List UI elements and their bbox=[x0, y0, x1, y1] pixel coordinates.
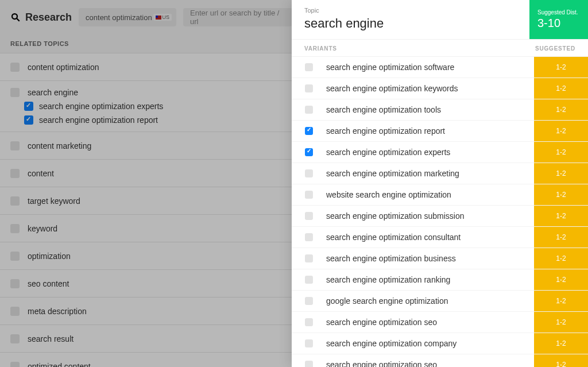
variant-label: search engine optimization tools bbox=[326, 105, 534, 114]
variant-check-wrap bbox=[292, 339, 326, 347]
variant-check-wrap bbox=[292, 233, 326, 241]
variant-check-wrap bbox=[292, 276, 326, 284]
variant-suggested-badge: 1-2 bbox=[534, 163, 588, 184]
variant-checkbox[interactable] bbox=[305, 297, 313, 305]
variant-label: search engine optimization software bbox=[326, 63, 534, 72]
variant-row[interactable]: search engine optimization seo1-2 bbox=[292, 354, 588, 367]
variant-label: search engine optimization submission bbox=[326, 211, 534, 221]
variant-checkbox[interactable] bbox=[305, 191, 313, 199]
variant-suggested-badge: 1-2 bbox=[534, 184, 588, 205]
suggested-distribution-box: Suggested Dist. 3-10 bbox=[529, 0, 588, 39]
topic-name: search engine bbox=[304, 16, 517, 31]
variants-column-header: VARIANTS bbox=[304, 45, 337, 52]
variants-list: search engine optimization software1-2se… bbox=[292, 57, 588, 367]
variant-checkbox[interactable] bbox=[305, 212, 313, 220]
variant-row[interactable]: search engine optimization tools1-2 bbox=[292, 99, 588, 121]
variant-row[interactable]: search engine optimization marketing1-2 bbox=[292, 163, 588, 184]
variant-row[interactable]: search engine optimization keywords1-2 bbox=[292, 78, 588, 99]
suggested-column-header: SUGGESTED bbox=[535, 45, 575, 52]
variant-checkbox[interactable] bbox=[305, 63, 313, 71]
topic-detail-panel: Topic search engine Suggested Dist. 3-10… bbox=[292, 0, 588, 367]
topic-small-label: Topic bbox=[304, 7, 517, 14]
variant-check-wrap bbox=[292, 212, 326, 220]
variant-check-wrap bbox=[292, 169, 326, 177]
variant-label: search engine optimization seo bbox=[326, 360, 534, 367]
variant-check-wrap bbox=[292, 318, 326, 326]
variant-label: search engine optimization marketing bbox=[326, 169, 534, 178]
variant-suggested-badge: 1-2 bbox=[534, 291, 588, 311]
panel-header: Topic search engine Suggested Dist. 3-10 bbox=[292, 0, 588, 40]
variant-row[interactable]: search engine optimization experts1-2 bbox=[292, 142, 588, 163]
variant-checkbox[interactable] bbox=[305, 148, 313, 156]
variant-suggested-badge: 1-2 bbox=[534, 312, 588, 333]
panel-subheader: VARIANTS SUGGESTED bbox=[292, 40, 588, 57]
variant-checkbox[interactable] bbox=[305, 254, 313, 262]
variant-row[interactable]: search engine optimization seo1-2 bbox=[292, 312, 588, 333]
variant-suggested-badge: 1-2 bbox=[534, 78, 588, 99]
variant-checkbox[interactable] bbox=[305, 233, 313, 241]
variant-label: search engine optimization report bbox=[326, 126, 534, 136]
variant-check-wrap bbox=[292, 106, 326, 114]
variant-label: search engine optimization ranking bbox=[326, 275, 534, 284]
variant-checkbox[interactable] bbox=[305, 127, 313, 135]
suggested-dist-range: 3-10 bbox=[537, 17, 580, 30]
variant-suggested-badge: 1-2 bbox=[534, 99, 588, 120]
suggested-dist-label: Suggested Dist. bbox=[537, 9, 580, 16]
variant-checkbox[interactable] bbox=[305, 169, 313, 177]
variant-label: google search engine optimization bbox=[326, 296, 534, 306]
variant-suggested-badge: 1-2 bbox=[534, 333, 588, 354]
variant-check-wrap bbox=[292, 84, 326, 92]
variant-suggested-badge: 1-2 bbox=[534, 121, 588, 141]
variant-label: website search engine optimization bbox=[326, 190, 534, 199]
variant-row[interactable]: google search engine optimization1-2 bbox=[292, 291, 588, 312]
variant-label: search engine optimization seo bbox=[326, 318, 534, 327]
variant-row[interactable]: website search engine optimization1-2 bbox=[292, 184, 588, 206]
variant-suggested-badge: 1-2 bbox=[534, 354, 588, 367]
variant-checkbox[interactable] bbox=[305, 361, 313, 367]
variant-row[interactable]: search engine optimization report1-2 bbox=[292, 121, 588, 142]
variant-label: search engine optimization business bbox=[326, 254, 534, 263]
variant-suggested-badge: 1-2 bbox=[534, 248, 588, 269]
variant-suggested-badge: 1-2 bbox=[534, 206, 588, 226]
variant-checkbox[interactable] bbox=[305, 339, 313, 347]
variant-label: search engine optimization company bbox=[326, 339, 534, 348]
variant-label: search engine optimization keywords bbox=[326, 84, 534, 93]
variant-checkbox[interactable] bbox=[305, 318, 313, 326]
variant-row[interactable]: search engine optimization software1-2 bbox=[292, 57, 588, 78]
variant-row[interactable]: search engine optimization business1-2 bbox=[292, 248, 588, 269]
variant-check-wrap bbox=[292, 148, 326, 156]
variant-suggested-badge: 1-2 bbox=[534, 57, 588, 78]
variant-row[interactable]: search engine optimization ranking1-2 bbox=[292, 269, 588, 291]
variant-checkbox[interactable] bbox=[305, 84, 313, 92]
variant-suggested-badge: 1-2 bbox=[534, 227, 588, 248]
variant-check-wrap bbox=[292, 254, 326, 262]
variant-checkbox[interactable] bbox=[305, 276, 313, 284]
variant-check-wrap bbox=[292, 127, 326, 135]
variant-suggested-badge: 1-2 bbox=[534, 142, 588, 163]
variant-check-wrap bbox=[292, 191, 326, 199]
variant-row[interactable]: search engine optimization submission1-2 bbox=[292, 206, 588, 227]
variant-label: search engine optimization experts bbox=[326, 148, 534, 157]
variant-suggested-badge: 1-2 bbox=[534, 269, 588, 290]
panel-header-left: Topic search engine bbox=[292, 0, 529, 39]
variant-row[interactable]: search engine optimization company1-2 bbox=[292, 333, 588, 354]
variant-check-wrap bbox=[292, 63, 326, 71]
variant-checkbox[interactable] bbox=[305, 106, 313, 114]
variant-check-wrap bbox=[292, 297, 326, 305]
variant-check-wrap bbox=[292, 361, 326, 367]
variant-label: search engine optimization consultant bbox=[326, 233, 534, 242]
variant-row[interactable]: search engine optimization consultant1-2 bbox=[292, 227, 588, 248]
